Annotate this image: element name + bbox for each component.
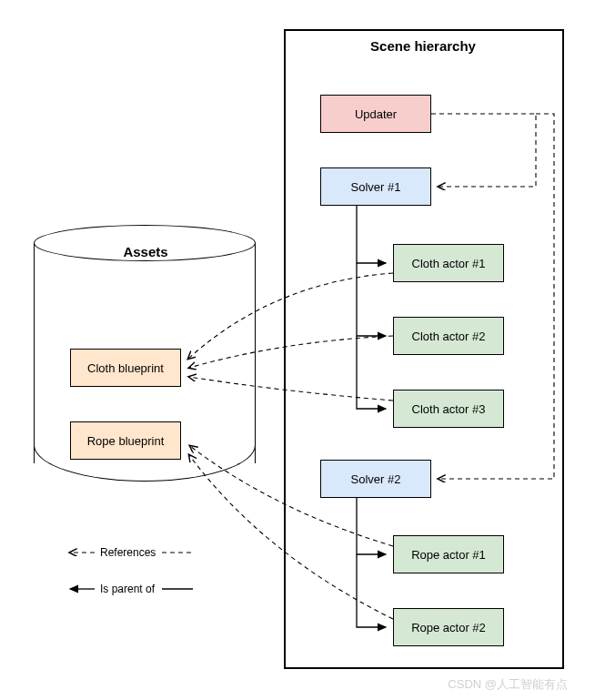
watermark-text: CSDN @人工智能有点	[448, 676, 568, 693]
connectors-svg	[0, 0, 595, 700]
diagram-canvas: Scene hierarchy Assets Updater Solver #1…	[0, 0, 595, 700]
